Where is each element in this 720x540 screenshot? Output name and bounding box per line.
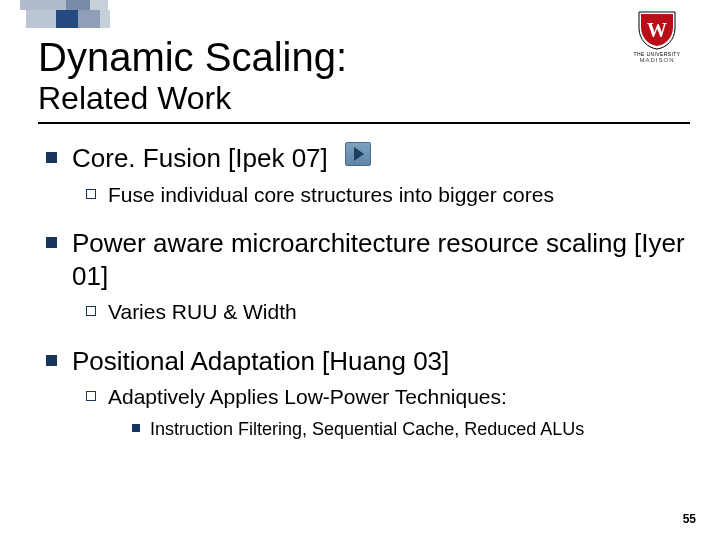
sub-bullet-text: Fuse individual core structures into big…: [108, 183, 554, 206]
sub-bullet-item: Fuse individual core structures into big…: [84, 181, 690, 209]
play-icon[interactable]: [345, 142, 371, 166]
decorative-header-squares: [0, 0, 720, 28]
bullet-list: Core. Fusion [Ipek 07] Fuse individual c…: [40, 142, 690, 441]
bullet-item: Core. Fusion [Ipek 07] Fuse individual c…: [40, 142, 690, 209]
bullet-text: Core. Fusion [Ipek 07]: [72, 143, 328, 173]
bullet-item: Power aware microarchitecture resource s…: [40, 227, 690, 326]
sub-bullet-text: Adaptively Applies Low-Power Techniques:: [108, 385, 507, 408]
bullet-text: Positional Adaptation [Huang 03]: [72, 346, 449, 376]
sub-bullet-item: Varies RUU & Width: [84, 298, 690, 326]
title-rule: [38, 122, 690, 124]
sub-sub-bullet-item: Instruction Filtering, Sequential Cache,…: [130, 417, 690, 441]
bullet-item: Positional Adaptation [Huang 03] Adaptiv…: [40, 345, 690, 442]
slide-title: Dynamic Scaling:: [38, 36, 690, 79]
slide-content: Dynamic Scaling: Related Work Core. Fusi…: [38, 36, 690, 460]
page-number: 55: [683, 512, 696, 526]
sub-bullet-text: Varies RUU & Width: [108, 300, 297, 323]
sub-sub-bullet-text: Instruction Filtering, Sequential Cache,…: [150, 419, 584, 439]
sub-bullet-item: Adaptively Applies Low-Power Techniques:…: [84, 383, 690, 442]
bullet-text: Power aware microarchitecture resource s…: [72, 228, 685, 291]
slide-subtitle: Related Work: [38, 81, 690, 116]
